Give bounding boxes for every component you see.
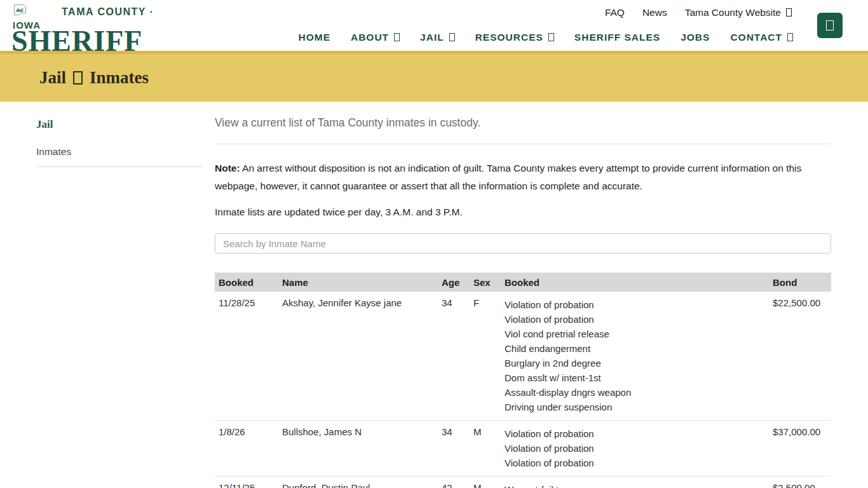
cell-bond: $22,500.00 bbox=[769, 292, 831, 421]
sidebar: JailInmates bbox=[36, 102, 202, 488]
col-header-sex: Sex bbox=[470, 273, 501, 292]
cell-age: 42 bbox=[438, 477, 470, 488]
charge-line: Warrant-fail to appear bbox=[505, 482, 769, 488]
nav-item-resources[interactable]: RESOURCES bbox=[475, 32, 554, 43]
inmate-table: Booked Name Age Sex Booked Bond 11/28/25… bbox=[215, 273, 831, 488]
divider bbox=[215, 144, 831, 144]
site-header: TAMA COUNTY · IOWA SHERIFF FAQNewsTama C… bbox=[0, 0, 868, 51]
breadcrumb-separator-icon bbox=[73, 71, 83, 85]
sidebar-item-jail[interactable]: Jail bbox=[36, 118, 202, 145]
inmate-row: 1/8/26 Bullshoe, James N 34 M Violation … bbox=[215, 421, 831, 477]
charge-line: Burglary in 2nd degree bbox=[505, 356, 769, 370]
search-icon bbox=[826, 20, 834, 30]
nav-item-sheriff-sales[interactable]: SHERIFF SALES bbox=[574, 32, 660, 43]
charge-line: Violation of probation bbox=[505, 441, 769, 456]
page-title: Jail Inmates bbox=[39, 68, 149, 88]
cell-sex: M bbox=[470, 477, 501, 488]
utility-link-news[interactable]: News bbox=[642, 7, 667, 18]
cell-name: Akshay, Jennifer Kayse jane bbox=[278, 292, 438, 421]
cell-charges: Violation of probationViolation of proba… bbox=[501, 421, 769, 477]
note-paragraph: Note: An arrest without disposition is n… bbox=[215, 159, 831, 195]
external-link-icon bbox=[786, 8, 792, 17]
col-header-name: Name bbox=[278, 273, 438, 292]
inmate-row: 12/11/25 Dunford, Dustin Paul 42 M Warra… bbox=[215, 477, 831, 488]
charge-line: Violation of probation bbox=[505, 297, 769, 312]
charge-line: Assault-display dngrs weapon bbox=[505, 385, 769, 400]
note-label: Note: bbox=[215, 163, 240, 173]
cell-age: 34 bbox=[438, 421, 470, 477]
cell-booked-date: 12/11/25 bbox=[215, 477, 278, 488]
inmate-table-header: Booked Name Age Sex Booked Bond bbox=[215, 273, 831, 292]
chevron-down-icon bbox=[449, 33, 455, 41]
utility-nav: FAQNewsTama County Website bbox=[605, 7, 792, 18]
chevron-down-icon bbox=[787, 33, 793, 41]
broken-image-icon bbox=[13, 4, 27, 18]
cell-bond: $2,500.00 bbox=[769, 477, 831, 488]
inmate-search-input[interactable] bbox=[215, 233, 831, 254]
intro-text: View a current list of Tama County inmat… bbox=[215, 116, 831, 130]
nav-item-jail[interactable]: JAIL bbox=[420, 32, 455, 43]
cell-sex: M bbox=[470, 421, 501, 477]
cell-booked-date: 1/8/26 bbox=[215, 421, 278, 477]
brand-sheriff-logo[interactable]: SHERIFF bbox=[11, 27, 142, 56]
page-title-page: Inmates bbox=[90, 68, 149, 88]
inmate-row: 11/28/25 Akshay, Jennifer Kayse jane 34 … bbox=[215, 292, 831, 421]
cell-name: Dunford, Dustin Paul bbox=[278, 477, 438, 488]
update-schedule-text: Inmate lists are updated twice per day, … bbox=[215, 207, 831, 218]
page-banner: Jail Inmates bbox=[0, 51, 868, 102]
col-header-bond: Bond bbox=[769, 273, 831, 292]
utility-link-faq[interactable]: FAQ bbox=[605, 7, 625, 18]
note-text: An arrest without disposition is not an … bbox=[215, 163, 801, 191]
nav-item-home[interactable]: HOME bbox=[298, 32, 330, 43]
main-content: View a current list of Tama County inmat… bbox=[215, 102, 831, 488]
nav-item-about[interactable]: ABOUT bbox=[351, 32, 400, 43]
brand-county-link[interactable]: TAMA COUNTY · bbox=[62, 6, 154, 18]
sidebar-item-inmates[interactable]: Inmates bbox=[36, 145, 202, 167]
charge-line: Violation of probation bbox=[505, 426, 769, 441]
charge-line: Viol cond pretrial release bbox=[505, 327, 769, 341]
cell-charges: Violation of probationViolation of proba… bbox=[501, 292, 769, 421]
cell-sex: F bbox=[470, 292, 501, 421]
nav-item-jobs[interactable]: JOBS bbox=[681, 32, 710, 43]
charge-line: Violation of probation bbox=[505, 456, 769, 470]
charge-line: Driving under suspension bbox=[505, 400, 769, 414]
chevron-down-icon bbox=[548, 33, 554, 41]
content-area: JailInmates View a current list of Tama … bbox=[0, 102, 868, 488]
charge-line: Violation of probation bbox=[505, 312, 769, 327]
nav-item-contact[interactable]: CONTACT bbox=[730, 32, 793, 43]
charge-line: Dom asslt w/ intent-1st bbox=[505, 370, 769, 385]
cell-name: Bullshoe, James N bbox=[278, 421, 438, 477]
charge-line: Child endangerment bbox=[505, 341, 769, 356]
page-title-section: Jail bbox=[39, 68, 66, 88]
cell-bond: $37,000.00 bbox=[769, 421, 831, 477]
inmate-table-body: 11/28/25 Akshay, Jennifer Kayse jane 34 … bbox=[215, 292, 831, 488]
cell-charges: Warrant-fail to appear bbox=[501, 477, 769, 488]
cell-age: 34 bbox=[438, 292, 470, 421]
col-header-booked-date: Booked bbox=[215, 273, 278, 292]
header-search-button[interactable] bbox=[817, 13, 843, 38]
utility-link-tama-county-website[interactable]: Tama County Website bbox=[685, 7, 792, 18]
chevron-down-icon bbox=[394, 33, 400, 41]
cell-booked-date: 11/28/25 bbox=[215, 292, 278, 421]
col-header-age: Age bbox=[438, 273, 470, 292]
main-nav: HOMEABOUTJAILRESOURCESSHERIFF SALESJOBSC… bbox=[298, 32, 793, 43]
col-header-charges: Booked bbox=[501, 273, 769, 292]
